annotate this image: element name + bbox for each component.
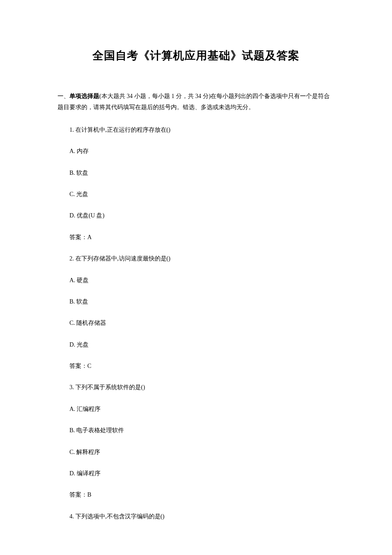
option-a: A. 内存: [69, 147, 334, 156]
section-prefix: 一、: [58, 93, 69, 99]
option-a: A. 硬盘: [69, 276, 334, 285]
option-d: D. 优盘(U 盘): [69, 211, 334, 220]
question-stem: 1. 在计算机中,正在运行的程序存放在(): [69, 125, 334, 135]
option-b: B. 电子表格处理软件: [69, 426, 334, 435]
answer: 答案：C: [69, 361, 334, 371]
questions-container: 1. 在计算机中,正在运行的程序存放在() A. 内存 B. 软盘 C. 光盘 …: [69, 125, 334, 521]
question-stem: 2. 在下列存储器中,访问速度最快的是(): [69, 254, 334, 263]
section-name: 单项选择题: [69, 92, 99, 99]
option-c: C. 随机存储器: [69, 318, 334, 328]
question-stem: 3. 下列不属于系统软件的是(): [69, 383, 334, 392]
option-c: C. 解释程序: [69, 448, 334, 457]
option-c: C. 光盘: [69, 190, 334, 199]
answer: 答案：B: [69, 490, 334, 500]
question-stem: 4. 下列选项中,不包含汉字编码的是(): [69, 512, 334, 521]
section-header: 一、单项选择题(本大题共 34 小题，每小题 1 分，共 34 分)在每小题列出…: [58, 90, 334, 113]
answer: 答案：A: [69, 233, 334, 242]
document-title: 全国自考《计算机应用基础》试题及答案: [58, 47, 334, 65]
option-b: B. 软盘: [69, 168, 334, 178]
option-d: D. 光盘: [69, 340, 334, 350]
option-b: B. 软盘: [69, 297, 334, 306]
option-d: D. 编译程序: [69, 469, 334, 478]
option-a: A. 汇编程序: [69, 405, 334, 414]
